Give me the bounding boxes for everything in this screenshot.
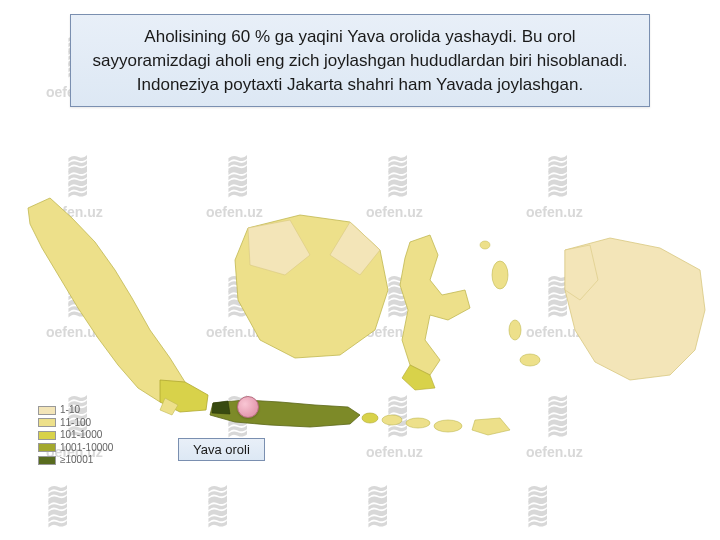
legend-label: ≥10001 bbox=[60, 454, 93, 467]
svg-point-5 bbox=[509, 320, 521, 340]
svg-point-6 bbox=[520, 354, 540, 366]
swatch-icon bbox=[38, 406, 56, 415]
map-legend: 1-10 11-100 101-1000 1001-10000 ≥10001 bbox=[38, 404, 113, 467]
indonesia-density-map bbox=[10, 180, 710, 470]
info-text: Aholisining 60 % ga yaqini Yava orolida … bbox=[93, 27, 628, 94]
swatch-icon bbox=[38, 418, 56, 427]
legend-row: 1-10 bbox=[38, 404, 113, 417]
legend-row: 101-1000 bbox=[38, 429, 113, 442]
svg-point-4 bbox=[492, 261, 508, 289]
java-marker-icon bbox=[237, 396, 259, 418]
svg-point-3 bbox=[434, 420, 462, 432]
legend-row: 11-100 bbox=[38, 417, 113, 430]
svg-point-0 bbox=[362, 413, 378, 423]
svg-point-2 bbox=[406, 418, 430, 428]
java-label-box: Yava oroli bbox=[178, 438, 265, 461]
legend-row: ≥10001 bbox=[38, 454, 113, 467]
legend-label: 101-1000 bbox=[60, 429, 102, 442]
legend-label: 11-100 bbox=[60, 417, 91, 430]
java-label-text: Yava oroli bbox=[193, 442, 250, 457]
legend-row: 1001-10000 bbox=[38, 442, 113, 455]
info-panel: Aholisining 60 % ga yaqini Yava orolida … bbox=[70, 14, 650, 107]
swatch-icon bbox=[38, 443, 56, 452]
swatch-icon bbox=[38, 431, 56, 440]
svg-point-7 bbox=[480, 241, 490, 249]
legend-label: 1001-10000 bbox=[60, 442, 113, 455]
svg-point-1 bbox=[382, 415, 402, 425]
legend-label: 1-10 bbox=[60, 404, 80, 417]
swatch-icon bbox=[38, 456, 56, 465]
